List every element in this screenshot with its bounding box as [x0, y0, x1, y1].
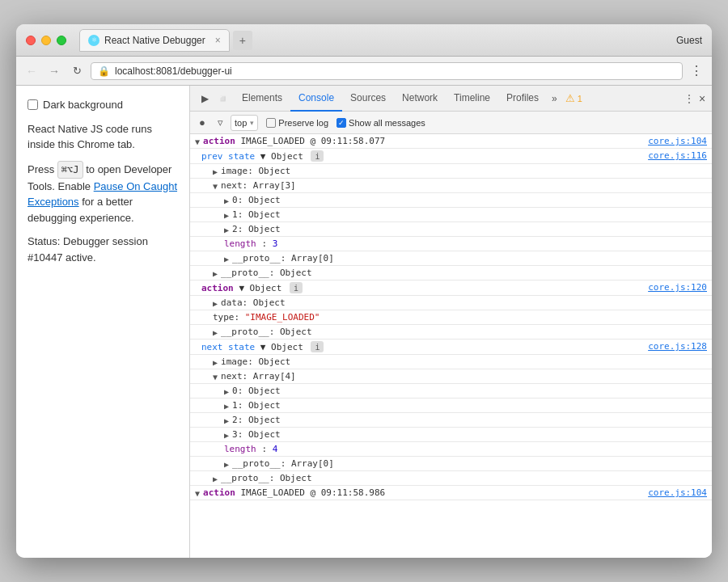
preserve-log-group: Preserve log [266, 118, 328, 128]
log-key-type: type: [213, 312, 245, 323]
more-tabs-button[interactable]: » [547, 90, 562, 108]
log-value: __proto__: Object [221, 268, 312, 278]
log-content: core.js:104 action IMAGE_LOADED @ 09:11:… [203, 487, 707, 498]
toggle-icon[interactable]: ▶ [224, 255, 229, 264]
log-content: next: Array[4] [221, 371, 707, 382]
log-entry: ▼ core.js:104 action IMAGE_LOADED @ 09:1… [190, 134, 712, 149]
log-content: length : 4 [224, 444, 707, 454]
log-entry: ▶ 2: Object [190, 413, 712, 428]
devtools-tab-bar: ▶ ◽ Elements Console Sources Network Tim… [190, 86, 712, 112]
tab-close-icon[interactable]: × [215, 35, 221, 46]
show-all-group: Show all messages [336, 118, 425, 128]
log-value: __proto__: Object [221, 473, 312, 483]
log-entry: ▼ next: Array[3] [190, 179, 712, 193]
log-content: data: Object [221, 297, 707, 308]
toggle-icon[interactable]: ▶ [213, 299, 218, 308]
log-source-link[interactable]: core.js:104 [648, 487, 707, 498]
tab-console[interactable]: Console [290, 86, 342, 112]
info-badge: i [311, 341, 324, 352]
log-entry: ▶ image: Object [190, 164, 712, 179]
log-source-link[interactable]: core.js:128 [648, 341, 707, 352]
lock-icon: 🔒 [98, 65, 110, 77]
log-length-key: length [224, 238, 256, 249]
toggle-icon[interactable]: ▶ [224, 431, 229, 440]
toggle-icon[interactable]: ▼ [195, 137, 200, 146]
log-value: ▼ Object [239, 283, 287, 293]
tab-elements[interactable]: Elements [234, 86, 290, 112]
warning-icon: ⚠ [565, 92, 575, 104]
toggle-icon[interactable]: ▶ [224, 402, 229, 411]
log-content: __proto__: Object [221, 268, 707, 278]
log-content: image: Object [221, 356, 707, 367]
info-badge: i [290, 282, 303, 293]
toggle-icon[interactable]: ▶ [213, 474, 218, 483]
log-source-link[interactable]: core.js:116 [648, 150, 707, 161]
tab-network[interactable]: Network [394, 86, 446, 112]
log-value: 3: Object [232, 429, 281, 440]
inspect-element-icon[interactable]: ▶ [198, 92, 211, 105]
clear-console-icon[interactable]: ● [195, 116, 210, 130]
show-all-checkbox[interactable] [336, 118, 346, 128]
log-value: 1: Object [232, 400, 281, 411]
toggle-icon[interactable]: ▼ [195, 489, 200, 498]
close-button[interactable] [26, 36, 36, 45]
log-action-key: action [203, 136, 235, 146]
new-tab-button[interactable]: + [233, 31, 252, 50]
toggle-icon[interactable]: ▶ [213, 328, 218, 337]
preserve-log-checkbox[interactable] [266, 118, 276, 128]
dark-background-checkbox[interactable] [28, 99, 38, 110]
log-content: length : 3 [224, 238, 707, 249]
forward-button[interactable]: → [45, 62, 63, 80]
toggle-icon[interactable]: ▶ [224, 196, 229, 205]
log-content: __proto__: Array[0] [232, 253, 707, 264]
log-value: image: Object [221, 356, 290, 367]
log-value: image: Object [221, 166, 290, 176]
log-source-link[interactable]: core.js:120 [648, 282, 707, 293]
tab-timeline[interactable]: Timeline [446, 86, 498, 112]
log-value: IMAGE_LOADED @ 09:11:58.986 [240, 487, 385, 498]
url-bar[interactable]: 🔒 localhost:8081/debugger-ui [91, 62, 683, 80]
log-value: __proto__: Array[0] [232, 253, 334, 264]
maximize-button[interactable] [57, 36, 66, 45]
toggle-icon[interactable]: ▶ [213, 269, 218, 278]
settings-icon[interactable]: ⋮ [683, 92, 696, 105]
dark-background-label: Dark background [43, 97, 123, 113]
context-select[interactable]: top ▾ [231, 115, 258, 131]
log-content: core.js:116 prev state ▼ Object i [201, 150, 707, 162]
sidebar: Dark background React Native JS code run… [16, 86, 190, 558]
log-value: __proto__: Object [221, 327, 312, 337]
browser-menu-button[interactable]: ⋮ [688, 62, 705, 80]
tab-profiles[interactable]: Profiles [498, 86, 547, 112]
log-entry: ▼ next: Array[4] [190, 369, 712, 384]
log-value: 0: Object [232, 386, 281, 396]
keyboard-shortcut: ⌘⌥J [57, 161, 83, 179]
toggle-icon[interactable]: ▶ [213, 358, 218, 367]
log-source-link[interactable]: core.js:104 [648, 136, 707, 146]
titlebar: ⚛ React Native Debugger × + Guest [16, 24, 712, 57]
back-button[interactable]: ← [23, 62, 40, 80]
log-entry: type: "IMAGE_LOADED" [190, 310, 712, 325]
log-entry: core.js:120 action ▼ Object i [190, 280, 712, 296]
toggle-icon[interactable]: ▼ [213, 182, 218, 191]
browser-tab[interactable]: ⚛ React Native Debugger × [79, 29, 230, 52]
log-entry: ▶ 1: Object [190, 399, 712, 413]
toggle-icon[interactable]: ▶ [224, 416, 229, 425]
reload-button[interactable]: ↻ [68, 62, 86, 80]
toggle-icon[interactable]: ▶ [224, 460, 229, 469]
log-entry: ▶ 1: Object [190, 208, 712, 222]
device-mode-icon[interactable]: ◽ [216, 92, 229, 105]
log-key: prev state [201, 151, 255, 162]
info-badge: i [311, 150, 324, 162]
log-content: 0: Object [232, 195, 707, 205]
log-entry: ▶ __proto__: Object [190, 471, 712, 486]
toggle-icon[interactable]: ▶ [224, 387, 229, 396]
status-text: Status: Debugger session #10447 active. [28, 234, 178, 265]
toggle-icon[interactable]: ▶ [224, 226, 229, 234]
devtools-close-button[interactable]: × [696, 92, 709, 105]
minimize-button[interactable] [41, 36, 51, 45]
tab-sources[interactable]: Sources [342, 86, 394, 112]
toggle-icon[interactable]: ▶ [224, 211, 229, 220]
toggle-icon[interactable]: ▼ [213, 373, 218, 382]
main-content: Dark background React Native JS code run… [16, 86, 712, 558]
toggle-icon[interactable]: ▶ [213, 167, 218, 176]
